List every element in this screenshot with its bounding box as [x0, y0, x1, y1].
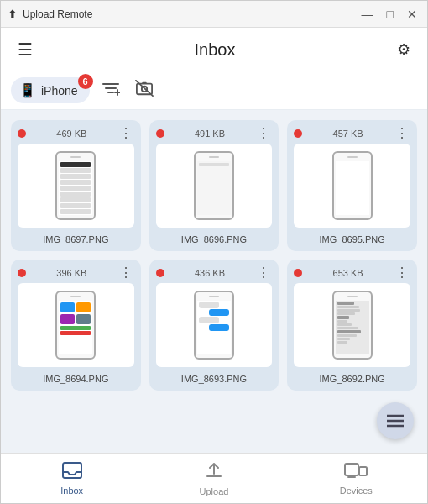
card-header: 396 KB⋮: [18, 266, 134, 280]
phone-screen: [59, 301, 92, 354]
maximize-button[interactable]: □: [384, 7, 397, 22]
nav-inbox[interactable]: Inbox: [1, 454, 143, 503]
nav-upload-label: Upload: [200, 486, 229, 496]
phone-icon: 📱: [19, 82, 36, 98]
device-name-label: iPhone: [41, 84, 78, 97]
card-header: 469 KB⋮: [18, 127, 134, 140]
file-size: 396 KB: [26, 268, 117, 278]
file-size: 457 KB: [302, 129, 394, 139]
phone-mockup: [55, 291, 96, 360]
settings-button[interactable]: ⚙: [394, 37, 414, 62]
app-name-label: Upload Remote: [23, 8, 92, 20]
svg-rect-13: [206, 475, 222, 477]
inbox-icon: [61, 461, 83, 483]
header: ☰ Inbox ⚙: [1, 28, 427, 71]
svg-rect-12: [63, 463, 81, 478]
svg-rect-15: [359, 467, 367, 475]
page-title: Inbox: [195, 40, 236, 60]
phone-mockup: [332, 291, 373, 360]
phone-screen: [197, 301, 231, 354]
unread-dot: [18, 269, 26, 277]
card-menu-button[interactable]: ⋮: [255, 266, 272, 280]
image-card: 491 KB⋮IMG_8696.PNG: [149, 120, 279, 251]
file-name: IMG_8693.PNG: [181, 374, 247, 384]
menu-button[interactable]: ☰: [14, 36, 36, 63]
file-size: 469 KB: [26, 129, 117, 139]
file-name: IMG_8695.PNG: [320, 234, 385, 244]
unread-dot: [156, 269, 164, 277]
card-header: 653 KB⋮: [294, 266, 410, 280]
file-name: IMG_8696.PNG: [181, 234, 247, 244]
file-name: IMG_8697.PNG: [43, 234, 108, 244]
file-name: IMG_8694.PNG: [43, 374, 108, 384]
svg-rect-14: [345, 464, 358, 475]
image-card: 469 KB⋮IMG_8697.PNG: [11, 120, 141, 251]
filter-button[interactable]: [98, 77, 123, 103]
file-size: 653 KB: [302, 268, 394, 278]
app-title: ⬆ Upload Remote: [8, 8, 92, 21]
list-view-button[interactable]: [377, 402, 414, 439]
phone-mockup: [55, 151, 96, 220]
filter-icon: [102, 81, 120, 96]
card-menu-button[interactable]: ⋮: [117, 127, 134, 140]
card-thumbnail[interactable]: [294, 283, 410, 367]
unread-dot: [156, 129, 164, 138]
bottom-nav: Inbox Upload Devices: [1, 453, 427, 503]
card-thumbnail[interactable]: [156, 144, 273, 228]
titlebar: ⬆ Upload Remote — □ ✕: [1, 1, 427, 28]
phone-screen: [336, 161, 369, 215]
camera-off-button[interactable]: [132, 76, 157, 104]
list-icon: [387, 414, 404, 428]
nav-devices[interactable]: Devices: [285, 454, 427, 503]
upload-icon: [204, 460, 224, 484]
window-controls: — □ ✕: [358, 7, 420, 22]
card-thumbnail[interactable]: [18, 283, 134, 367]
nav-upload[interactable]: Upload: [143, 454, 284, 503]
card-menu-button[interactable]: ⋮: [117, 266, 134, 280]
card-thumbnail[interactable]: [156, 283, 273, 367]
card-menu-button[interactable]: ⋮: [394, 266, 410, 280]
image-grid: 469 KB⋮IMG_8697.PNG491 KB⋮IMG_8696.PNG45…: [11, 120, 417, 391]
phone-screen: [59, 161, 92, 215]
file-size: 491 KB: [164, 129, 256, 139]
phone-mockup: [332, 151, 373, 220]
card-menu-button[interactable]: ⋮: [394, 127, 410, 140]
close-button[interactable]: ✕: [404, 7, 420, 22]
phone-screen: [336, 301, 369, 354]
card-header: 457 KB⋮: [294, 127, 410, 140]
image-card: 457 KB⋮IMG_8695.PNG: [287, 120, 417, 251]
phone-mockup: [194, 151, 234, 220]
phone-screen: [197, 161, 231, 215]
app-icon: ⬆: [8, 8, 18, 21]
image-card: 653 KB⋮IMG_8692.PNG: [287, 260, 417, 391]
card-menu-button[interactable]: ⋮: [255, 127, 272, 140]
card-header: 436 KB⋮: [156, 266, 273, 280]
card-thumbnail[interactable]: [18, 144, 134, 228]
file-size: 436 KB: [164, 268, 256, 278]
file-name: IMG_8692.PNG: [320, 374, 385, 384]
unread-dot: [18, 129, 26, 138]
nav-inbox-label: Inbox: [60, 486, 83, 496]
device-badge: 6: [78, 74, 93, 89]
device-selector[interactable]: 📱 iPhone 6: [11, 77, 90, 103]
devices-icon: [344, 461, 368, 483]
card-header: 491 KB⋮: [156, 127, 273, 140]
camera-off-icon: [135, 80, 154, 97]
image-card: 436 KB⋮IMG_8693.PNG: [149, 260, 279, 391]
toolbar: 📱 iPhone 6: [1, 71, 427, 110]
minimize-button[interactable]: —: [358, 7, 377, 22]
main-content: 469 KB⋮IMG_8697.PNG491 KB⋮IMG_8696.PNG45…: [1, 110, 427, 453]
unread-dot: [294, 269, 302, 277]
nav-devices-label: Devices: [340, 486, 373, 496]
image-card: 396 KB⋮IMG_8694.PNG: [11, 260, 141, 391]
unread-dot: [294, 129, 302, 138]
card-thumbnail[interactable]: [294, 144, 410, 228]
svg-rect-8: [142, 82, 146, 84]
phone-mockup: [194, 291, 234, 360]
